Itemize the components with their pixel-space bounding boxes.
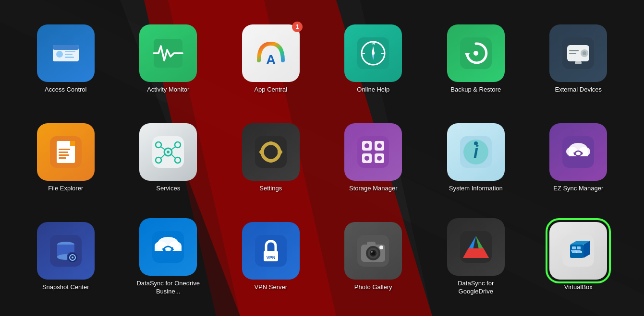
app-central-svg: A [254,36,288,70]
app-icon-photo-gallery [344,222,402,280]
svg-text:N: N [372,40,375,46]
app-icon-settings [242,123,300,181]
app-label-access-control: Access Control [45,86,86,94]
svg-rect-38 [59,152,68,153]
online-help-svg: N [356,36,390,70]
app-icon-wrap-system-information: i [447,123,505,181]
app-app-central[interactable]: 1 A [237,20,304,99]
app-vpn-server[interactable]: VPN VPN Server [237,217,304,296]
app-access-control[interactable]: Access Control [32,20,99,99]
app-icon-wrap-photo-gallery [344,222,402,280]
app-icon-file-explorer [37,123,95,181]
app-virtualbox[interactable]: VBox VirtualBox [545,217,612,296]
app-icon-app-central: A [242,24,300,82]
app-label-services: Services [156,185,180,193]
app-icon-activity-monitor [139,24,197,82]
apps-grid: Access Control Activity Monitor 1 [0,0,644,316]
app-icon-online-help: N [344,24,402,82]
app-icon-wrap-access-control [37,24,95,82]
svg-point-108 [371,251,373,253]
app-settings[interactable]: Settings [237,118,304,198]
app-label-snapshot-center: Snapshot Center [42,283,89,292]
app-label-online-help: Online Help [357,86,389,94]
svg-rect-32 [575,61,582,64]
app-datasync-googledrive[interactable]: DataSync for GoogleDrive [437,213,514,301]
app-label-system-information: System Information [449,185,503,193]
svg-rect-40 [59,157,66,159]
app-external-devices[interactable]: External Devices [545,20,612,99]
svg-point-20 [372,52,375,55]
storage-manager-svg [356,135,390,169]
app-icon-system-information: i [447,123,505,181]
backup-restore-svg [459,36,493,70]
svg-rect-110 [460,231,492,263]
app-icon-wrap-snapshot-center [37,222,95,280]
app-icon-wrap-backup-restore [447,24,505,82]
svg-rect-36 [70,141,75,146]
virtualbox-selection-ring [546,218,611,283]
app-icon-wrap-online-help: N [344,24,402,82]
svg-point-69 [377,143,382,148]
app-ez-sync-manager[interactable]: EZ Sync Manager [545,118,612,198]
svg-point-109 [379,246,383,249]
app-label-storage-manager: Storage Manager [349,185,397,193]
app-label-ez-sync-manager: EZ Sync Manager [553,185,603,193]
svg-rect-39 [59,154,69,156]
svg-rect-31 [569,53,576,54]
app-datasync-onedrive[interactable]: DataSync for Onedrive Busine... [130,213,207,301]
app-icon-wrap-activity-monitor [139,24,197,82]
app-icon-external-devices [549,24,607,82]
app-icon-wrap-settings [242,123,300,181]
photo-gallery-svg [356,234,390,268]
app-icon-vpn-server: VPN [242,222,300,280]
app-icon-wrap-app-central: 1 A [242,24,300,82]
svg-rect-11 [65,54,73,55]
file-explorer-svg [49,135,83,169]
svg-rect-37 [59,149,70,150]
svg-point-43 [167,151,170,153]
svg-point-71 [377,156,382,161]
app-icon-backup-restore [447,24,505,82]
app-photo-gallery[interactable]: Photo Gallery [340,217,407,296]
app-activity-monitor[interactable]: Activity Monitor [134,20,202,99]
app-online-help[interactable]: N Online Help [340,20,407,99]
app-label-virtualbox: VirtualBox [564,283,593,292]
app-label-photo-gallery: Photo Gallery [354,283,392,292]
snapshot-svg [49,234,83,268]
app-label-settings: Settings [259,185,282,193]
app-services[interactable]: Services [134,118,202,198]
app-file-explorer[interactable]: File Explorer [32,118,99,198]
app-icon-wrap-vpn-server: VPN [242,222,300,280]
svg-point-9 [56,51,63,58]
app-icon-services [139,123,197,181]
app-icon-wrap-datasync-googledrive [447,218,505,276]
settings-svg [254,135,288,169]
app-label-backup-restore: Backup & Restore [450,86,501,94]
svg-text:A: A [266,52,276,67]
svg-rect-12 [65,57,74,58]
external-devices-svg [561,36,595,70]
app-backup-restore[interactable]: Backup & Restore [442,20,510,99]
app-central-badge: 1 [292,22,303,32]
app-icon-wrap-ez-sync-manager [549,123,607,181]
app-storage-manager[interactable]: Storage Manager [340,118,407,198]
app-label-vpn-server: VPN Server [254,283,287,292]
svg-text:VPN: VPN [266,255,275,260]
svg-rect-30 [569,50,579,51]
app-system-information[interactable]: i System Information [442,118,510,198]
services-svg [151,135,185,169]
svg-point-70 [365,156,369,161]
vpn-server-svg: VPN [254,234,288,268]
app-icon-datasync-onedrive [139,218,197,276]
svg-point-29 [583,51,586,55]
svg-rect-55 [269,159,273,163]
svg-point-25 [474,51,478,56]
app-label-external-devices: External Devices [555,86,602,94]
app-icon-wrap-services [139,123,197,181]
access-control-svg [49,36,83,70]
svg-rect-54 [269,141,273,145]
svg-rect-8 [53,45,79,50]
svg-rect-103 [367,242,376,246]
svg-point-75 [474,141,478,145]
app-snapshot-center[interactable]: Snapshot Center [32,217,99,296]
